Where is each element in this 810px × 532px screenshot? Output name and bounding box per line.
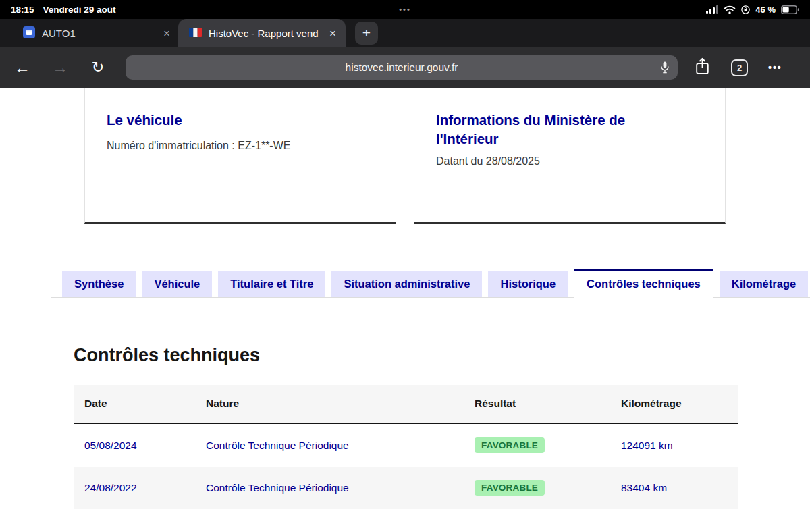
back-button[interactable]: ←: [12, 58, 32, 77]
browser-tab-title: HistoVec - Rapport vend: [209, 28, 323, 39]
tab-historique[interactable]: Historique: [488, 271, 568, 297]
address-bar[interactable]: histovec.interieur.gouv.fr: [126, 55, 678, 80]
table-header-row: Date Nature Résultat Kilométrage: [74, 385, 738, 423]
multitask-dots-icon: •••: [0, 5, 810, 14]
reload-button[interactable]: ↻: [88, 59, 108, 76]
report-tab-bar: Synthèse Véhicule Titulaire et Titre Sit…: [0, 269, 810, 297]
controles-techniques-panel: Contrôles techniques Date Nature Résulta…: [51, 297, 810, 532]
tab-controles-techniques[interactable]: Contrôles techniques: [574, 269, 713, 298]
col-header-nature: Nature: [195, 385, 464, 423]
table-row: 05/08/2024 Contrôle Technique Périodique…: [74, 423, 738, 467]
tab-switcher-button[interactable]: 2: [731, 59, 748, 76]
report-date: Datant du 28/08/2025: [436, 155, 698, 167]
forward-button[interactable]: →: [50, 58, 70, 77]
inspections-table: Date Nature Résultat Kilométrage 05/08/2…: [74, 385, 738, 509]
col-header-date: Date: [74, 385, 195, 423]
cell-kilometrage: 83404 km: [610, 467, 738, 509]
browser-tab-title: AUTO1: [42, 28, 157, 39]
browser-tab-histovec[interactable]: HistoVec - Rapport vend ×: [178, 19, 346, 47]
status-bar: 18:15 Vendredi 29 août •••: [0, 0, 810, 19]
microphone-icon[interactable]: [661, 61, 669, 76]
browser-tab-strip: AUTO1 × HistoVec - Rapport vend × +: [0, 19, 810, 47]
col-header-kilometrage: Kilométrage: [610, 385, 738, 423]
tab-titulaire-et-titre[interactable]: Titulaire et Titre: [218, 271, 325, 297]
tab-synthese[interactable]: Synthèse: [62, 271, 136, 297]
histovec-favicon-icon: [189, 28, 202, 39]
col-header-resultat: Résultat: [464, 385, 610, 423]
ministry-card: Informations du Ministère de l'Intérieur…: [414, 88, 726, 224]
table-row: 24/08/2022 Contrôle Technique Périodique…: [74, 467, 738, 509]
browser-toolbar: ← → ↻ histovec.interieur.gouv.fr 2 •••: [0, 47, 810, 88]
url-text: histovec.interieur.gouv.fr: [346, 61, 458, 74]
vehicle-registration: Numéro d'immatriculation : EZ-1**-WE: [107, 140, 369, 152]
vehicle-card-title: Le véhicule: [107, 111, 369, 130]
overflow-menu-button[interactable]: •••: [768, 62, 782, 73]
cell-nature: Contrôle Technique Périodique: [195, 467, 464, 509]
close-tab-icon[interactable]: ×: [329, 28, 336, 39]
status-badge: FAVORABLE: [475, 437, 545, 453]
auto1-favicon-icon: [23, 26, 35, 41]
close-tab-icon[interactable]: ×: [163, 28, 170, 39]
summary-cards: Le véhicule Numéro d'immatriculation : E…: [0, 88, 810, 224]
tab-kilometrage[interactable]: Kilométrage: [720, 271, 808, 297]
cell-nature: Contrôle Technique Périodique: [195, 423, 464, 467]
status-badge: FAVORABLE: [475, 480, 545, 496]
tab-situation-administrative[interactable]: Situation administrative: [331, 271, 482, 297]
tab-vehicule[interactable]: Véhicule: [142, 271, 212, 297]
cell-kilometrage: 124091 km: [610, 423, 738, 467]
new-tab-button[interactable]: +: [355, 22, 378, 45]
ministry-card-title: Informations du Ministère de l'Intérieur: [436, 111, 653, 148]
cell-date: 05/08/2024: [74, 423, 195, 467]
panel-heading: Contrôles techniques: [74, 345, 810, 366]
share-button[interactable]: [695, 57, 709, 78]
vehicle-card: Le véhicule Numéro d'immatriculation : E…: [84, 88, 396, 224]
browser-tab-auto1[interactable]: AUTO1 ×: [8, 19, 178, 47]
cell-date: 24/08/2022: [74, 467, 195, 509]
